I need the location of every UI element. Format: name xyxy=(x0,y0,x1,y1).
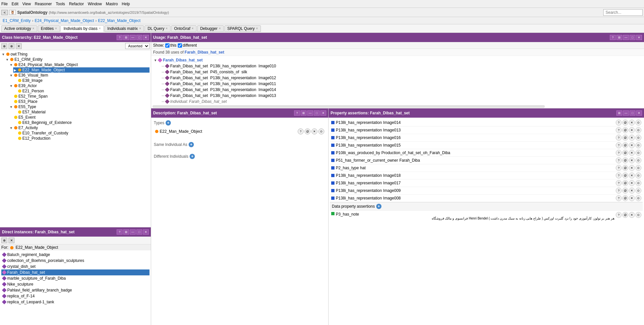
prop-btn-o-7[interactable]: ⊙ xyxy=(635,173,641,178)
prop-row-1[interactable]: P138i_has_representation Image013 ? @ ✕ … xyxy=(330,127,643,134)
tab-active-ontology[interactable]: Active ontology × xyxy=(1,25,37,32)
instances-icon2[interactable]: ⊞ xyxy=(123,229,129,235)
instance-nike[interactable]: Nike_sculpture xyxy=(1,281,150,287)
tab-close-debugger[interactable]: × xyxy=(219,27,221,30)
usage-item-5[interactable]: Farah_Dibas_hat_set P138i_has_representa… xyxy=(160,93,643,99)
class-hier-icon3[interactable]: — xyxy=(130,35,136,40)
toggle-owl-thing[interactable]: ▼ xyxy=(1,53,5,56)
usage-icon4[interactable]: □ xyxy=(630,35,635,40)
tab-individuals-matrix[interactable]: Individuals matrix × xyxy=(104,25,144,32)
prop-btn-q-2[interactable]: ? xyxy=(616,135,622,141)
usage-item-4[interactable]: Farah_Dibas_hat_set P138i_has_representa… xyxy=(160,87,643,93)
tab-close-dl-query[interactable]: × xyxy=(166,27,168,30)
toggle-e1[interactable]: ▼ xyxy=(5,58,9,61)
tree-item-e38[interactable]: E38_Image xyxy=(13,78,150,83)
tree-item-e1[interactable]: ▼ E1_CRM_Entity xyxy=(5,57,150,62)
usage-icon1[interactable]: ? xyxy=(610,35,616,40)
menu-tools[interactable]: Tools xyxy=(56,2,65,6)
menu-help[interactable]: Help xyxy=(122,2,130,6)
prop-btn-x-10[interactable]: ✕ xyxy=(629,195,635,201)
breadcrumb-item-3[interactable]: E22_Man_Made_Object xyxy=(98,18,140,23)
tree-item-e39[interactable]: ▼ E39_Actor xyxy=(9,83,150,88)
breadcrumb-item-1[interactable]: E1_CRM_Entity xyxy=(3,18,31,23)
prop-btn-at-3[interactable]: @ xyxy=(622,142,628,148)
prop-btn-q-6[interactable]: ? xyxy=(616,165,622,171)
usage-icon3[interactable]: — xyxy=(623,35,629,40)
prop-btn-x-7[interactable]: ✕ xyxy=(629,173,635,178)
tree-item-e22[interactable]: ▶ E22_Man_Made_Object xyxy=(13,67,150,73)
type-action-btn2[interactable]: @ xyxy=(305,128,310,134)
search-input[interactable] xyxy=(603,9,643,16)
prop-btn-at-10[interactable]: @ xyxy=(622,195,628,201)
prop-row-3[interactable]: P138i_has_representation Image015 ? @ ✕ … xyxy=(330,142,643,149)
add-instance-button[interactable]: ⊕ xyxy=(1,238,7,243)
prop-btn-at-1[interactable]: @ xyxy=(622,127,628,133)
prop-btn-o-10[interactable]: ⊙ xyxy=(635,195,641,201)
prop-icon1[interactable]: ⊞ xyxy=(616,110,622,116)
prop-btn-x-4[interactable]: ✕ xyxy=(629,150,635,156)
prop-icon2[interactable]: — xyxy=(623,110,629,116)
prop-btn-o-1[interactable]: ⊙ xyxy=(635,127,641,133)
usage-icon2[interactable]: ⊞ xyxy=(616,35,622,40)
data-prop-btn-at-0[interactable]: @ xyxy=(622,212,628,218)
toggle-e24[interactable]: ▼ xyxy=(9,63,13,67)
type-item-e22[interactable]: E22_Man_Made_Object ? @ ✕ ⊙ xyxy=(154,128,326,135)
prop-btn-x-1[interactable]: ✕ xyxy=(629,127,635,133)
type-action-btn4[interactable]: ⊙ xyxy=(318,128,324,134)
tab-close-active-ontology[interactable]: × xyxy=(32,27,34,30)
data-prop-btn-x-0[interactable]: ✕ xyxy=(629,212,635,218)
prop-btn-o-4[interactable]: ⊙ xyxy=(635,150,641,156)
tree-item-e63[interactable]: E63_Beginnig_of_Existence xyxy=(13,120,150,125)
prop-btn-q-9[interactable]: ? xyxy=(616,188,622,194)
instance-baluch[interactable]: Baluch_regiment_badge xyxy=(1,252,150,258)
prop-btn-x-8[interactable]: ✕ xyxy=(629,180,635,186)
usage-item-6[interactable]: Individual: Farah_Dibas_hat_set xyxy=(160,99,643,104)
toggle-e55[interactable]: ▼ xyxy=(9,105,13,109)
desc-icon4[interactable]: □ xyxy=(314,110,320,116)
prop-row-4[interactable]: P108i_was_produced_by Production_of_hat_… xyxy=(330,149,643,157)
breadcrumb-item-2[interactable]: E24_Physical_Man_Made_Object xyxy=(34,18,94,23)
prop-btn-at-9[interactable]: @ xyxy=(622,188,628,194)
prop-btn-q-7[interactable]: ? xyxy=(616,173,622,178)
prop-btn-x-3[interactable]: ✕ xyxy=(629,142,635,148)
instances-icon3[interactable]: — xyxy=(130,229,136,235)
prop-btn-at-8[interactable]: @ xyxy=(622,180,628,186)
prop-row-5[interactable]: P51_has_former_or_current_owner Farah_Di… xyxy=(330,157,643,164)
menu-file[interactable]: File xyxy=(1,2,8,6)
same-individual-add-button[interactable]: + xyxy=(189,142,194,147)
menu-refactor[interactable]: Refactor xyxy=(69,2,84,6)
delete-instance-button[interactable]: ✕ xyxy=(9,238,14,243)
data-prop-row-0[interactable]: P3_has_note هر هنر بر تولوز، کارآموزی خو… xyxy=(330,210,643,221)
tree-item-owl-thing[interactable]: ▼ owl:Thing xyxy=(1,52,150,57)
tab-dl-query[interactable]: DL Query × xyxy=(145,25,171,32)
prop-btn-o-6[interactable]: ⊙ xyxy=(635,165,641,171)
usage-icon5[interactable]: ✕ xyxy=(636,35,642,40)
type-action-btn3[interactable]: ✕ xyxy=(311,128,317,134)
data-prop-btn-o-0[interactable]: ⊙ xyxy=(635,212,641,218)
class-hier-icon5[interactable]: ✕ xyxy=(143,35,149,40)
prop-btn-at-0[interactable]: @ xyxy=(622,120,628,126)
desc-icon5[interactable]: ✕ xyxy=(320,110,326,116)
different-individuals-add-button[interactable]: + xyxy=(190,154,195,159)
tree-item-e21[interactable]: E21_Person xyxy=(13,88,150,94)
usage-item-3[interactable]: Farah_Dibas_hat_set P138i_has_representa… xyxy=(160,81,643,87)
instance-crystal[interactable]: crystal_dish_set xyxy=(1,264,150,269)
desc-icon1[interactable]: ? xyxy=(294,110,300,116)
tab-close-entities[interactable]: × xyxy=(55,27,57,30)
prop-row-6[interactable]: P2_has_type hat ? @ ✕ ⊙ xyxy=(330,164,643,172)
tree-item-e36[interactable]: ▼ E36_Visual_Item xyxy=(9,73,150,78)
prop-btn-at-6[interactable]: @ xyxy=(622,165,628,171)
tree-item-e53[interactable]: E53_Place xyxy=(9,99,150,104)
prop-btn-q-1[interactable]: ? xyxy=(616,127,622,133)
usage-item-0[interactable]: Farah_Dibas_hat_set P138i_has_representa… xyxy=(160,63,643,69)
prop-icon4[interactable]: ✕ xyxy=(636,110,642,116)
toggle-e39[interactable]: ▼ xyxy=(9,84,13,88)
toggle-e36[interactable]: ▼ xyxy=(9,74,13,77)
prop-btn-o-0[interactable]: ⊙ xyxy=(635,120,641,126)
tree-item-e10[interactable]: E10_Transfer_of_Custody xyxy=(13,130,150,136)
prop-btn-x-9[interactable]: ✕ xyxy=(629,188,635,194)
delete-class-button[interactable]: ✕ xyxy=(16,43,22,49)
prop-btn-q-5[interactable]: ? xyxy=(616,157,622,163)
prop-icon3[interactable]: □ xyxy=(630,110,635,116)
tab-individuals-by-class[interactable]: Individuals by class × xyxy=(60,25,104,32)
